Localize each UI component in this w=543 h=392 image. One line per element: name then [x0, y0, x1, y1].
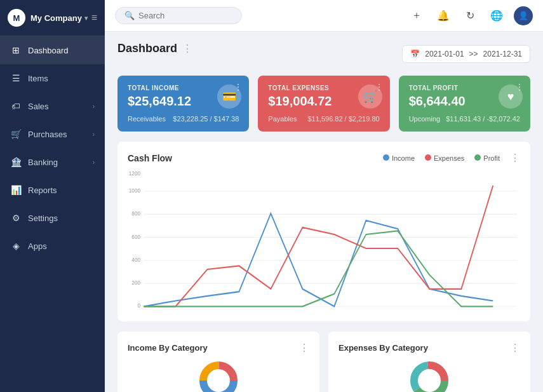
- expenses-category-title: Expenses By Category: [339, 343, 428, 353]
- refresh-icon[interactable]: ↻: [460, 6, 479, 25]
- profit-card: ⋮ TOTAL PROFIT $6,644.40 ♥ Upcoming $11,…: [399, 76, 530, 132]
- sidebar-item-label: Purchases: [28, 130, 67, 139]
- expenses-sub-value: $11,596.82 / $2,219.80: [307, 115, 379, 123]
- income-by-category-card: Income By Category ⋮: [117, 332, 319, 392]
- income-sub-value: $23,228.25 / $147.38: [173, 115, 239, 123]
- income-pie-chart: [128, 362, 309, 392]
- sidebar-item-apps[interactable]: ◈ Apps: [0, 232, 105, 260]
- svg-text:600: 600: [131, 233, 140, 240]
- sidebar-item-dashboard[interactable]: ⊞ Dashboard: [0, 36, 105, 64]
- income-category-menu[interactable]: ⋮: [299, 342, 309, 354]
- dashboard-content: Dashboard ⋮ 📅 2021-01-01 >> 2021-12-31 ⋮…: [105, 32, 543, 392]
- sidebar-item-sales[interactable]: 🏷 Sales ›: [0, 92, 105, 120]
- expenses-card: ⋮ TOTAL EXPENSES $19,004.72 🛒 Payables $…: [258, 76, 389, 132]
- reports-icon: 📊: [10, 185, 22, 195]
- cashflow-menu-icon[interactable]: ⋮: [510, 152, 520, 164]
- income-category-title: Income By Category: [128, 343, 208, 353]
- date-to: 2021-12-31: [483, 50, 522, 58]
- sidebar-header: M My Company ▾ ≡: [0, 0, 105, 36]
- sidebar-item-items[interactable]: ☰ Items: [0, 64, 105, 92]
- globe-icon[interactable]: 🌐: [487, 6, 506, 25]
- expenses-legend-dot: [425, 154, 431, 161]
- expenses-icon: 🛒: [358, 84, 382, 109]
- svg-text:0: 0: [137, 302, 140, 309]
- income-sub: Receivables $23,228.25 / $147.38: [128, 115, 239, 123]
- nav-list: ⊞ Dashboard ☰ Items 🏷 Sales › 🛒 Purchase…: [0, 36, 105, 260]
- dashboard-header: Dashboard ⋮: [117, 42, 192, 55]
- dashboard-icon: ⊞: [10, 45, 22, 55]
- cashflow-section: Cash Flow Income Expenses Profit ⋮: [117, 142, 530, 321]
- income-sub-label: Receivables: [128, 115, 166, 123]
- add-button[interactable]: ＋: [407, 6, 426, 25]
- profit-legend-dot: [474, 154, 481, 161]
- expenses-category-menu[interactable]: ⋮: [510, 342, 520, 354]
- income-category-header: Income By Category ⋮: [128, 342, 309, 354]
- notifications-icon[interactable]: 🔔: [434, 6, 453, 25]
- cashflow-title: Cash Flow: [128, 153, 172, 163]
- income-legend-dot: [383, 154, 389, 161]
- profit-sub: Upcoming $11,631.43 / -$2,072.42: [409, 115, 520, 123]
- purchases-icon: 🛒: [10, 129, 22, 139]
- settings-icon: ⚙: [10, 213, 22, 223]
- page-title: Dashboard: [117, 42, 177, 55]
- sidebar: M My Company ▾ ≡ ⊞ Dashboard ☰ Items 🏷: [0, 0, 105, 392]
- company-logo: M: [8, 9, 25, 27]
- cashflow-chart: 0 200 400 600 800 1000 1200: [128, 172, 520, 311]
- chart-legend: Income Expenses Profit: [383, 154, 500, 162]
- bottom-row: Income By Category ⋮ Expenses By Categor…: [117, 332, 530, 392]
- date-range-picker[interactable]: 📅 2021-01-01 >> 2021-12-31: [402, 45, 530, 63]
- cashflow-svg: 0 200 400 600 800 1000 1200: [128, 172, 520, 311]
- chevron-right-icon: ›: [93, 159, 95, 166]
- sidebar-item-label: Banking: [28, 158, 58, 167]
- date-arrow: >>: [469, 50, 478, 58]
- profit-sub-value: $11,631.43 / -$2,072.42: [446, 115, 520, 123]
- hamburger-icon[interactable]: ≡: [91, 12, 97, 24]
- user-avatar[interactable]: 👤: [514, 6, 533, 25]
- sidebar-item-label: Dashboard: [28, 46, 69, 55]
- calendar-icon: 📅: [410, 50, 420, 58]
- legend-profit: Profit: [474, 154, 500, 162]
- dashboard-header-row: Dashboard ⋮ 📅 2021-01-01 >> 2021-12-31: [117, 42, 530, 65]
- apps-icon: ◈: [10, 241, 22, 251]
- date-from: 2021-01-01: [425, 50, 464, 58]
- expenses-sub-label: Payables: [268, 115, 297, 123]
- cashflow-header: Cash Flow Income Expenses Profit ⋮: [128, 152, 520, 164]
- svg-text:400: 400: [131, 256, 140, 263]
- expenses-by-category-card: Expenses By Category ⋮: [328, 332, 530, 392]
- sidebar-item-label: Items: [28, 74, 48, 83]
- sidebar-item-label: Reports: [28, 186, 57, 195]
- income-card: ⋮ TOTAL INCOME $25,649.12 💳 Receivables …: [117, 76, 249, 132]
- sidebar-item-label: Settings: [28, 213, 58, 223]
- main-content: 🔍 ＋ 🔔 ↻ 🌐 👤 Dashboard ⋮ 📅 2021-01-01 >> …: [105, 0, 543, 392]
- expenses-pie-chart: [339, 362, 520, 392]
- dashboard-menu-icon[interactable]: ⋮: [182, 43, 192, 55]
- search-box[interactable]: 🔍: [115, 7, 242, 24]
- sidebar-item-purchases[interactable]: 🛒 Purchases ›: [0, 120, 105, 148]
- profit-icon: ♥: [499, 84, 523, 109]
- svg-text:800: 800: [131, 210, 140, 217]
- items-icon: ☰: [10, 73, 22, 83]
- sidebar-item-settings[interactable]: ⚙ Settings: [0, 204, 105, 232]
- company-name[interactable]: My Company ▾: [30, 13, 91, 23]
- search-icon: 🔍: [124, 11, 135, 20]
- sidebar-item-banking[interactable]: 🏦 Banking ›: [0, 148, 105, 176]
- legend-income: Income: [383, 154, 415, 162]
- expenses-category-header: Expenses By Category ⋮: [339, 342, 520, 354]
- sales-icon: 🏷: [10, 101, 22, 111]
- banking-icon: 🏦: [10, 157, 22, 167]
- legend-expenses: Expenses: [425, 154, 464, 162]
- stat-cards-row: ⋮ TOTAL INCOME $25,649.12 💳 Receivables …: [117, 76, 530, 132]
- sidebar-item-reports[interactable]: 📊 Reports: [0, 176, 105, 204]
- svg-text:200: 200: [131, 279, 140, 286]
- search-input[interactable]: [138, 11, 227, 20]
- svg-text:1200: 1200: [129, 172, 140, 177]
- chevron-right-icon: ›: [93, 103, 95, 110]
- chevron-right-icon: ›: [93, 131, 95, 138]
- sidebar-item-label: Sales: [28, 102, 49, 111]
- profit-sub-label: Upcoming: [409, 115, 441, 123]
- company-chevron-icon: ▾: [84, 15, 88, 22]
- topbar: 🔍 ＋ 🔔 ↻ 🌐 👤: [105, 0, 543, 32]
- svg-text:1000: 1000: [129, 187, 140, 194]
- sidebar-item-label: Apps: [28, 241, 47, 251]
- expenses-sub: Payables $11,596.82 / $2,219.80: [268, 115, 379, 123]
